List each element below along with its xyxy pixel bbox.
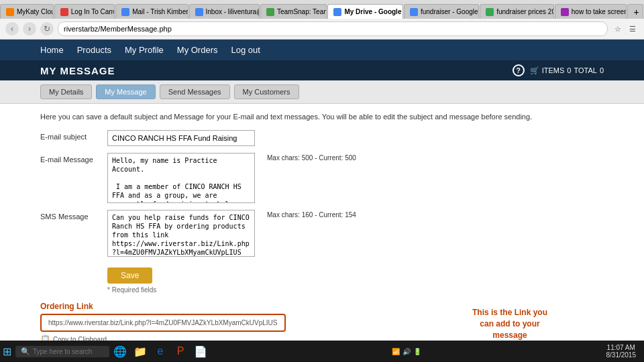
tab-gdrive[interactable]: My Drive - Google Dri... ✕ <box>327 4 403 19</box>
tab-teamsnap[interactable]: TeamSnap: Teams... ✕ <box>260 4 327 19</box>
email-char-count: Max chars: 500 - Current: 500 <box>267 153 356 162</box>
tab-mail1[interactable]: Mail - Trish Kimberly l... ✕ <box>115 4 188 19</box>
email-subject-input[interactable] <box>107 130 255 146</box>
windows-start-button[interactable]: ⊞ <box>3 345 11 358</box>
cart-total-label: TOTAL <box>574 66 596 74</box>
email-message-row: E-mail Message Hello, my name is Practic… <box>40 153 604 203</box>
tab-fundraiser[interactable]: fundraiser - Google Dri... ✕ <box>404 4 479 19</box>
nav-my-profile[interactable]: My Profile <box>125 45 164 55</box>
taskbar-explorer-icon[interactable]: 📁 <box>131 342 150 361</box>
tab-screenshot[interactable]: how to take screensh... ✕ <box>555 4 627 19</box>
taskbar-edge-icon[interactable]: e <box>151 342 170 361</box>
taskbar: ⊞ 🔍 🌐 📁 e P 📄 📶 🔊 🔋 11:07 AM 8/31/2015 <box>0 341 644 362</box>
cart-icon-wrap[interactable]: 🛒 ITEMS 0 TOTAL 0 <box>530 66 604 75</box>
ordering-link-box: https://www.riverstar.biz/Link.php?l=4mZ… <box>40 314 286 332</box>
back-button[interactable]: ‹ <box>5 22 19 36</box>
ordering-link-section: Ordering Link https://www.riverstar.biz/… <box>40 302 604 344</box>
email-subject-field <box>107 130 604 146</box>
main-content: Here you can save a default subject and … <box>0 104 644 345</box>
clock-time: 11:07 AM <box>606 344 637 351</box>
email-message-field: Hello, my name is Practice Account. I am… <box>107 153 604 203</box>
description-text: Here you can save a default subject and … <box>40 112 604 122</box>
email-subject-row: E-mail subject <box>40 130 604 146</box>
sms-message-label: SMS Message <box>40 210 107 221</box>
taskbar-pdf-icon[interactable]: 📄 <box>191 342 210 361</box>
nav-my-orders[interactable]: My Orders <box>177 45 218 55</box>
tab-prices[interactable]: fundraiser prices 2016... ✕ <box>480 4 554 19</box>
taskbar-search-input[interactable] <box>33 348 100 355</box>
clock-date: 8/31/2015 <box>606 351 637 359</box>
omnibar: ‹ › ↻ ☆ ☰ <box>0 19 644 39</box>
help-icon[interactable]: ? <box>513 64 525 76</box>
taskbar-clock: 11:07 AM 8/31/2015 <box>606 344 642 359</box>
browser-chrome: MyKaty Cloud ✕ Log In To Canvas ✕ Mail -… <box>0 0 644 40</box>
browser-actions: ☆ ☰ <box>612 23 639 35</box>
cart-total-value: 0 <box>600 66 604 74</box>
email-message-label: E-mail Message <box>40 153 107 164</box>
email-message-textarea[interactable]: Hello, my name is Practice Account. I am… <box>107 153 255 203</box>
sms-char-count: Max chars: 160 - Current: 154 <box>267 210 356 219</box>
tab-send-messages[interactable]: Send Messages <box>160 84 230 99</box>
nav-logout[interactable]: Log out <box>231 45 260 55</box>
volume-icon: 🔊 <box>402 348 411 355</box>
page-title-bar: MY MESSAGE ? 🛒 ITEMS 0 TOTAL 0 <box>0 60 644 80</box>
taskbar-powerpoint-icon[interactable]: P <box>171 342 190 361</box>
bookmark-button[interactable]: ☆ <box>612 23 624 35</box>
sys-tray: 📶 🔊 🔋 <box>392 348 424 355</box>
tab-mail2[interactable]: Inbox - liliventura@g... ✕ <box>189 4 260 19</box>
nav-products[interactable]: Products <box>77 45 111 55</box>
sms-message-textarea[interactable]: Can you help raise funds for CINCO Ranch… <box>107 210 255 257</box>
cart-items-count: 0 <box>567 66 571 74</box>
sms-message-row: SMS Message Can you help raise funds for… <box>40 210 604 257</box>
network-icon: 📶 <box>392 348 400 355</box>
cart-items-label: ITEMS <box>542 66 565 74</box>
taskbar-ie-icon[interactable]: 🌐 <box>111 342 129 361</box>
page-title: MY MESSAGE <box>40 65 115 76</box>
email-subject-label: E-mail subject <box>40 130 107 141</box>
save-button[interactable]: Save <box>107 267 152 284</box>
taskbar-search-icon: 🔍 <box>21 347 30 356</box>
new-tab-btn[interactable]: + <box>627 4 643 19</box>
tab-my-message[interactable]: My Message <box>96 84 155 99</box>
site-nav: Home Products My Profile My Orders Log o… <box>0 40 644 60</box>
settings-icon[interactable]: ☰ <box>627 23 639 35</box>
required-note: * Required fields <box>107 286 604 294</box>
nav-home[interactable]: Home <box>40 45 64 55</box>
cart-area: ? 🛒 ITEMS 0 TOTAL 0 <box>513 64 604 76</box>
forward-button[interactable]: › <box>23 22 36 36</box>
callout-text: This is the Link you can add to your mes… <box>472 308 547 340</box>
sms-message-field: Can you help raise funds for CINCO Ranch… <box>107 210 604 257</box>
address-bar[interactable] <box>58 21 608 36</box>
callout-bubble: This is the Link you can add to your mes… <box>456 302 564 345</box>
sub-tabs: My Details My Message Send Messages My C… <box>0 80 644 104</box>
tab-canvas[interactable]: Log In To Canvas ✕ <box>54 4 115 19</box>
tab-mykaty[interactable]: MyKaty Cloud ✕ <box>0 4 54 19</box>
site-header: Home Products My Profile My Orders Log o… <box>0 40 644 80</box>
taskbar-search-box[interactable]: 🔍 <box>15 346 109 357</box>
refresh-button[interactable]: ↻ <box>40 22 54 36</box>
battery-icon: 🔋 <box>413 348 421 355</box>
tab-bar: MyKaty Cloud ✕ Log In To Canvas ✕ Mail -… <box>0 0 644 19</box>
tab-my-customers[interactable]: My Customers <box>234 84 299 99</box>
tab-my-details[interactable]: My Details <box>40 84 92 99</box>
cart-icon: 🛒 <box>530 66 539 75</box>
